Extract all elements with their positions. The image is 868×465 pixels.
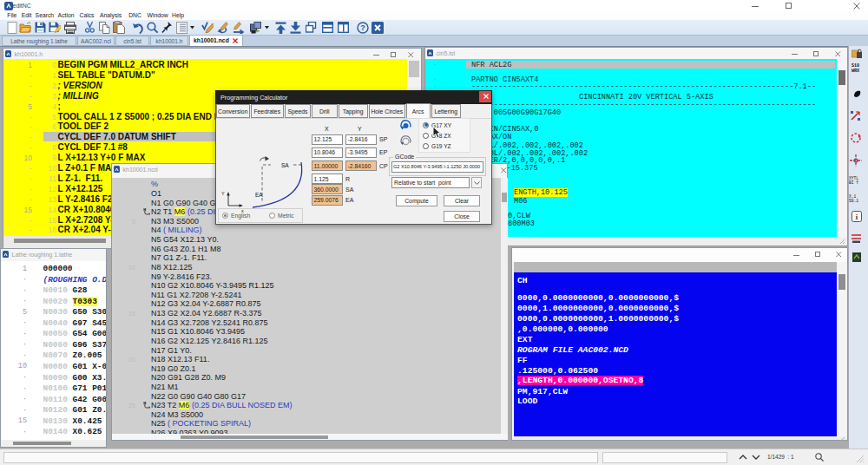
svg-text:SA: SA — [281, 162, 289, 168]
svg-text:Y: Y — [221, 191, 225, 196]
svg-text:?: ? — [360, 23, 365, 32]
svg-text:EA: EA — [255, 192, 263, 198]
